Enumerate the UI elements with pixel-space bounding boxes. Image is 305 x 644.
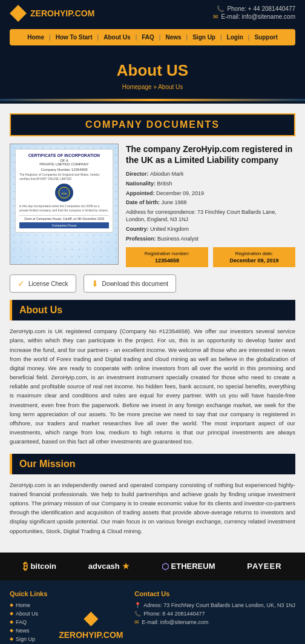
footer-link-home[interactable]: Home xyxy=(16,602,30,608)
nav-sign-up[interactable]: Sign Up xyxy=(190,33,218,42)
email-footer-icon: ✉ xyxy=(134,619,139,625)
phone-icon: 📞 xyxy=(217,5,224,12)
nav-home[interactable]: Home xyxy=(25,33,47,42)
email-icon: ✉ xyxy=(213,13,218,20)
mission-header: Our Mission xyxy=(10,454,295,474)
logo-text: ZEROHYIP.COM xyxy=(30,8,94,18)
advcash-label: advcash xyxy=(88,562,120,571)
logo: ZEROHYIP.COM xyxy=(10,5,94,22)
contact-info: 📍 Adress: 73 FinchNey Court Ballards Lan… xyxy=(134,602,295,625)
about-us-header: About Us xyxy=(10,300,295,320)
main-content: COMPANY DOCUMENTS CERTIFICATE OF INCORPO… xyxy=(0,104,305,553)
ethereum-label: ETHEREUM xyxy=(171,562,215,571)
certificate-bg: CERTIFICATE OF INCORPORATION OF A PRIVAT… xyxy=(10,144,119,265)
payeer-label: PAYEER xyxy=(247,562,281,571)
bitcoin-label: bitcoin xyxy=(30,562,56,571)
contact-header: Contact Us xyxy=(134,590,295,597)
footer-logo-text: ZEROHYIP.COM xyxy=(59,630,123,640)
footer-link-news[interactable]: News xyxy=(16,628,30,634)
contact-phone: 📞 Phone: 8 44 2081440477 xyxy=(134,611,295,617)
cert-seal: SEAL xyxy=(55,184,73,202)
list-item: ◆News xyxy=(10,628,47,634)
bullet-icon: ◆ xyxy=(10,619,13,625)
quick-links-header: Quick Links xyxy=(10,590,47,597)
cert-text: is this day incorporated under the Compa… xyxy=(19,204,109,213)
advcash-star-icon: ★ xyxy=(122,562,130,571)
certificate-container: CERTIFICATE OF INCORPORATION OF A PRIVAT… xyxy=(10,144,119,267)
bullet-icon: ◆ xyxy=(10,636,13,642)
cert-subtitle: OF A PRIVATE LIMITED COMPANY xyxy=(19,159,109,166)
breadcrumb: Homepage » About Us xyxy=(10,84,295,90)
bullet-icon: ◆ xyxy=(10,611,13,616)
action-buttons: ✓ License Check ⬇ Download this document xyxy=(10,274,295,293)
nav-faq[interactable]: FAQ xyxy=(139,33,157,42)
download-icon: ⬇ xyxy=(91,279,99,288)
nav-about-us[interactable]: About Us xyxy=(101,33,133,42)
footer: Quick Links ◆Home ◆About Us ◆FAQ ◆News ◆… xyxy=(0,580,305,644)
payeer-logo: PAYEER xyxy=(247,562,281,571)
ethereum-logo: ⬡ ETHEREUM xyxy=(162,562,215,571)
mission-text: ZeroHyip.com is an independently owned a… xyxy=(10,480,295,536)
advcash-logo: advcash ★ xyxy=(88,562,130,571)
companies-house-label: Companies House xyxy=(19,222,109,228)
bullet-icon: ◆ xyxy=(10,628,13,633)
mission-title: Our Mission xyxy=(19,459,288,470)
info-nationality: Nationality: British xyxy=(126,180,295,188)
phone-info: 📞 Phone: + 44 2081440477 xyxy=(213,5,295,12)
bitcoin-logo: ₿ bitcoin xyxy=(23,561,56,572)
quick-links-list: ◆Home ◆About Us ◆FAQ ◆News ◆Sign Up ◆Log… xyxy=(10,602,47,644)
contact-address: 📍 Adress: 73 FinchNey Court Ballards Lan… xyxy=(134,602,295,608)
list-item: ◆About Us xyxy=(10,611,47,617)
nav-support[interactable]: Support xyxy=(252,33,280,42)
info-appointed: Appointed: December 09, 2019 xyxy=(126,190,295,198)
reg-number-box: Registration number: 12354658 xyxy=(126,247,208,267)
payment-partners: ₿ bitcoin advcash ★ ⬡ ETHEREUM PAYEER xyxy=(0,553,305,580)
nav-news[interactable]: News xyxy=(163,33,183,42)
info-director: Director: Abiodun Mark xyxy=(126,170,295,178)
page-title-section: About US Homepage » About Us xyxy=(0,49,305,96)
nav-how-to-start[interactable]: How To Start xyxy=(53,33,95,42)
company-docs-title: COMPANY DOCUMENTS xyxy=(16,119,289,130)
logo-diamond-icon xyxy=(10,5,27,22)
footer-quick-links: Quick Links ◆Home ◆About Us ◆FAQ ◆News ◆… xyxy=(10,590,47,644)
list-item: ◆FAQ xyxy=(10,619,47,625)
header-top: ZEROHYIP.COM 📞 Phone: + 44 2081440477 ✉ … xyxy=(10,5,295,25)
footer-link-faq[interactable]: FAQ xyxy=(16,619,27,625)
company-info: The company ZeroHyip.com registered in t… xyxy=(126,144,295,267)
bitcoin-icon: ₿ xyxy=(23,561,28,572)
about-us-section: About Us ZeroHyip.com is UK registered c… xyxy=(10,300,295,446)
info-dob: Date of birth: June 1988 xyxy=(126,199,295,207)
info-address: Address for correspondence: 73 Finchley … xyxy=(126,208,295,224)
page-title: About US xyxy=(10,61,295,80)
cert-number: Company Number 12354658 xyxy=(19,168,109,171)
about-us-text: ZeroHyip.com is UK registered company (C… xyxy=(10,327,295,446)
list-item: ◆Home xyxy=(10,602,47,608)
email-info: ✉ E-mail: info@sitename.com xyxy=(213,13,295,20)
svg-text:SEAL: SEAL xyxy=(61,192,68,195)
phone-footer-icon: 📞 xyxy=(134,611,141,617)
reg-boxes: Registration number: 12354658 Registrati… xyxy=(126,247,295,267)
docs-section: CERTIFICATE OF INCORPORATION OF A PRIVAT… xyxy=(10,144,295,267)
footer-link-about[interactable]: About Us xyxy=(16,611,38,617)
license-check-button[interactable]: ✓ License Check xyxy=(10,274,76,293)
footer-link-signup[interactable]: Sign Up xyxy=(16,636,35,642)
cert-footer: Given at Companies House, Cardiff, on 9t… xyxy=(19,215,109,221)
download-document-button[interactable]: ⬇ Download this document xyxy=(84,274,177,293)
mission-section: Our Mission ZeroHyip.com is an independe… xyxy=(10,454,295,536)
footer-contact: Contact Us 📍 Adress: 73 FinchNey Court B… xyxy=(134,590,295,644)
cert-body: The Registrar of Companies for England a… xyxy=(19,173,109,181)
nav-login[interactable]: Login xyxy=(225,33,246,42)
contact-email: ✉ E-mail: info@sitename.com xyxy=(134,619,295,625)
footer-columns: Quick Links ◆Home ◆About Us ◆FAQ ◆News ◆… xyxy=(10,590,295,644)
footer-logo-diamond-icon xyxy=(84,612,98,626)
about-us-title: About Us xyxy=(19,305,288,316)
address-icon: 📍 xyxy=(134,602,141,608)
license-icon: ✓ xyxy=(18,279,25,288)
info-profession: Profession: Business Analyst xyxy=(126,235,295,243)
cert-title: CERTIFICATE OF INCORPORATION xyxy=(19,153,109,158)
footer-logo-col: ZEROHYIP.COM xyxy=(59,590,123,644)
header: ZEROHYIP.COM 📞 Phone: + 44 2081440477 ✉ … xyxy=(0,0,305,45)
header-contact: 📞 Phone: + 44 2081440477 ✉ E-mail: info@… xyxy=(213,5,295,21)
company-headline: The company ZeroHyip.com registered in t… xyxy=(126,144,295,165)
main-nav: Home | How To Start | About Us | FAQ | N… xyxy=(10,29,295,45)
